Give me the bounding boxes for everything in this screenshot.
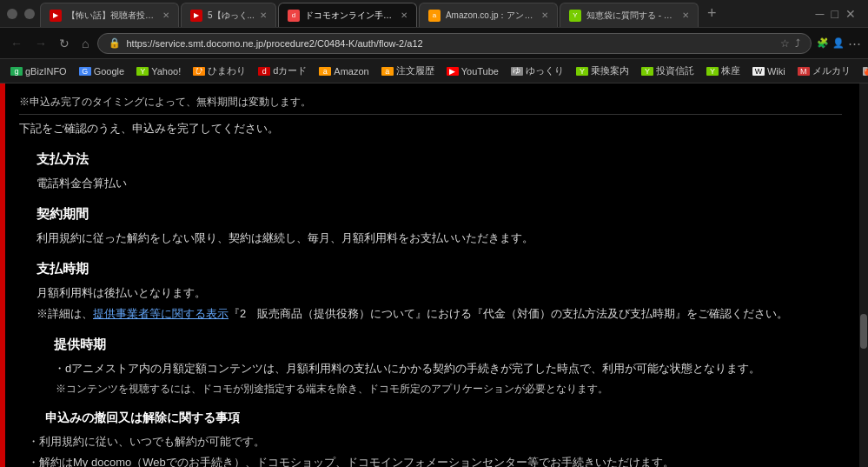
- section-title-shiharai-jiki: 支払時期: [36, 258, 842, 279]
- section-text-shiharai-jiki-1: 月額利用料は後払いとなります。: [36, 284, 842, 303]
- close-button[interactable]: ✕: [845, 7, 856, 21]
- addressbar: ← → ↻ ⌂ 🔒 https://service.smt.docomo.ne.…: [0, 28, 868, 59]
- tab-close-fearstory[interactable]: ✕: [162, 10, 169, 20]
- bookmark-youtube[interactable]: ▶ YouTube: [441, 64, 504, 78]
- scrollbar[interactable]: [859, 83, 868, 467]
- tab-docomo[interactable]: d ドコモオンライン手続き ✕: [278, 3, 417, 27]
- minimize-button[interactable]: ─: [816, 7, 825, 21]
- bookmark-icon-mercari: M: [798, 67, 810, 76]
- home-button[interactable]: ⌂: [78, 35, 92, 52]
- bookmark-google[interactable]: G Google: [74, 64, 129, 78]
- bookmark-label-yukku: ゆっくり: [526, 64, 564, 77]
- tab-label-yahoo: 知恵袋に質問する - Yahoo!知恵袋: [586, 10, 677, 22]
- tab-yukku[interactable]: ▶ 5【ゆっく... ✕: [181, 3, 276, 27]
- tab-label-yukku: 5【ゆっく...: [208, 10, 255, 22]
- note-top: ※申込み完了のタイミングによって、無料期間は変動します。: [19, 94, 842, 110]
- bookmark-label-yahoo: Yahoo!: [151, 66, 181, 77]
- bookmark-amazon[interactable]: a Amazon: [314, 64, 374, 78]
- tab-label-docomo: ドコモオンライン手続き: [305, 10, 395, 22]
- bookmark-label-youtube: YouTube: [461, 66, 499, 77]
- extensions-button[interactable]: 🧩: [817, 37, 829, 49]
- text-prefix: ※詳細は、: [36, 307, 93, 320]
- bookmark-mercari[interactable]: M メルカリ: [792, 63, 856, 79]
- bookmark-icon-google: G: [79, 67, 91, 76]
- bookmark-icon-gbizinfo: g: [10, 67, 23, 76]
- bookmark-yahoo[interactable]: Y Yahoo!: [131, 64, 186, 78]
- bookmark-icon-kabu: Y: [706, 67, 719, 76]
- bookmark-icon-orderhistory: a: [381, 67, 394, 76]
- tab-icon-yukku: ▶: [190, 10, 202, 22]
- bookmark-label-google: Google: [94, 66, 124, 77]
- settings-button[interactable]: ⋯: [848, 36, 861, 51]
- bookmark-icon-norikae: Y: [576, 67, 588, 76]
- section-title-keiyaku: 契約期間: [36, 203, 842, 224]
- note-teikyojiki: ※コンテンツを視聴するには、ドコモが別途指定する端末を除き、ドコモ所定のアプリケ…: [45, 381, 842, 397]
- scrollbar-thumb[interactable]: [860, 314, 867, 349]
- maximize-button[interactable]: □: [832, 7, 838, 21]
- bookmark-icon-yahoo: Y: [136, 67, 149, 76]
- bookmark-icon-icloud: 🍎: [863, 67, 868, 76]
- window-action-buttons: ─ □ ✕: [811, 7, 861, 21]
- url-text: https://service.smt.docomo.ne.jp/procedu…: [126, 38, 775, 49]
- bookmark-icon-wiki: W: [752, 67, 765, 76]
- bookmark-norikae[interactable]: Y 乗換案内: [571, 63, 634, 79]
- section-text-shiharai-jiki-2: ※詳細は、提供事業者等に関する表示『2 販売商品（提供役務）について』における『…: [36, 305, 842, 324]
- tab-close-amazon[interactable]: ✕: [541, 10, 548, 20]
- tab-close-docomo[interactable]: ✕: [401, 10, 407, 20]
- toolbar-buttons: 🧩 👤 ⋯: [817, 36, 861, 51]
- bookmark-icon-toshi: Y: [641, 67, 653, 76]
- tab-close-yukku[interactable]: ✕: [260, 10, 267, 20]
- bookmark-dcard[interactable]: d dカード: [253, 63, 312, 79]
- bookmark-label-kabu: 株座: [721, 64, 740, 77]
- bookmark-toshi[interactable]: Y 投資信託: [636, 63, 699, 79]
- bookmark-icon-himawari: ひ: [193, 67, 205, 76]
- bullet-teikyojiki-1: dアニメストア内の月額定額コンテンツは、月額利用料の支払いにかかる契約の手続きが…: [45, 360, 842, 378]
- window-btn[interactable]: [24, 9, 35, 19]
- divider: [19, 114, 842, 115]
- bookmark-label-gbizinfo: gBizINFO: [25, 66, 67, 77]
- tab-yahoo[interactable]: Y 知恵袋に質問する - Yahoo!知恵袋 ✕: [560, 3, 699, 27]
- section-text-keiyaku: 利用規約に従った解約をしない限り、契約は継続し、毎月、月額利用料をお支払いいただ…: [36, 230, 842, 248]
- tab-close-yahoo[interactable]: ✕: [682, 10, 689, 20]
- bookmark-icon-amazon: a: [319, 67, 331, 76]
- titlebar: ▶ 【怖い話】視聴者投稿 5【ゆっく... ✕ ▶ 5【ゆっく... ✕ d ド…: [0, 0, 868, 28]
- back-button[interactable]: ←: [7, 35, 26, 52]
- bullet-moushikomi-1: ・利用規約に従い、いつでも解約が可能です。: [28, 433, 842, 451]
- bookmark-icon-youtube: ▶: [447, 67, 459, 76]
- bookmark-label-dcard: dカード: [273, 64, 307, 77]
- bookmark-yukku[interactable]: ゆ ゆっくり: [506, 63, 569, 79]
- bookmark-label-himawari: ひまわり: [208, 64, 246, 77]
- bookmark-icloud[interactable]: 🍎 iCloud: [858, 64, 868, 78]
- bookmark-label-toshi: 投資信託: [656, 64, 694, 77]
- section-text-shiharai: 電話料金合算払い: [36, 175, 842, 193]
- confirm-text: 下記をご確認のうえ、申込みを完了してください。: [19, 120, 842, 138]
- link-teikyosha[interactable]: 提供事業者等に関する表示: [93, 307, 229, 320]
- page-content: ※申込み完了のタイミングによって、無料期間は変動します。 下記をご確認のうえ、申…: [5, 83, 859, 467]
- tab-label-fearstory: 【怖い話】視聴者投稿 5【ゆっく...: [67, 10, 157, 22]
- bookmark-label-orderhistory: 注文履歴: [396, 64, 434, 77]
- user-button[interactable]: 👤: [832, 37, 845, 49]
- tab-amazon[interactable]: a Amazon.co.jp：アンデッドアンラック... ✕: [419, 3, 558, 27]
- content-area: ※申込み完了のタイミングによって、無料期間は変動します。 下記をご確認のうえ、申…: [0, 83, 868, 467]
- bookmark-label-amazon: Amazon: [334, 66, 368, 77]
- forward-button[interactable]: →: [31, 35, 50, 52]
- address-action-icons: ☆ ⤴: [780, 37, 800, 50]
- bookmark-himawari[interactable]: ひ ひまわり: [188, 63, 251, 79]
- bookmark-wiki[interactable]: W Wiki: [747, 64, 791, 78]
- bookmark-gbizinfo[interactable]: g gBizINFO: [5, 64, 72, 78]
- section-title-teikyojiki: 提供時期: [54, 334, 842, 355]
- reload-button[interactable]: ↻: [56, 35, 73, 52]
- bookmark-label-wiki: Wiki: [767, 66, 785, 77]
- bookmark-label-mercari: メルカリ: [812, 64, 851, 77]
- bookmark-kabu[interactable]: Y 株座: [701, 63, 745, 79]
- tab-label-amazon: Amazon.co.jp：アンデッドアンラック...: [446, 10, 536, 22]
- bookmark-orderhistory[interactable]: a 注文履歴: [376, 63, 440, 79]
- tab-icon-yahoo: Y: [569, 10, 581, 22]
- address-field[interactable]: 🔒 https://service.smt.docomo.ne.jp/proce…: [97, 33, 812, 54]
- window-btn[interactable]: [7, 9, 17, 19]
- tab-fearstory[interactable]: ▶ 【怖い話】視聴者投稿 5【ゆっく... ✕: [40, 3, 179, 27]
- star-icon[interactable]: ☆: [780, 37, 790, 50]
- share-icon[interactable]: ⤴: [795, 37, 800, 50]
- bookmark-icon-yukku: ゆ: [511, 67, 523, 76]
- new-tab-button[interactable]: +: [700, 4, 724, 23]
